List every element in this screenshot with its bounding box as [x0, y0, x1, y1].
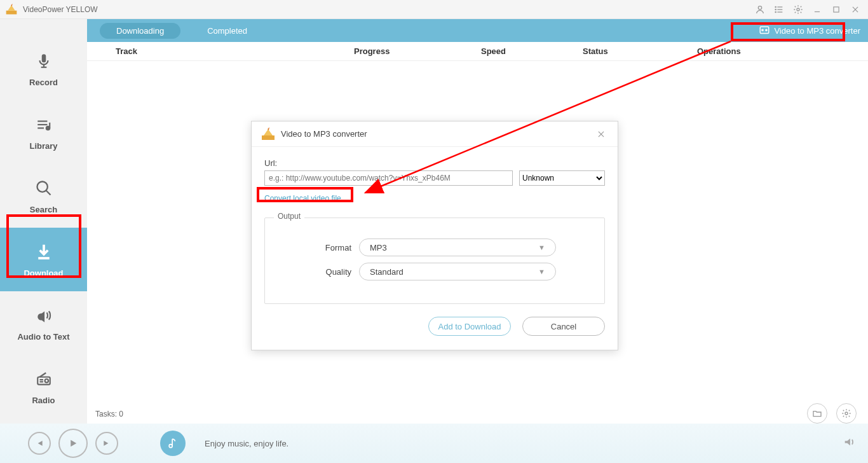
play-button[interactable] — [58, 429, 88, 458]
player-tagline: Enjoy music, enjoy life. — [205, 439, 288, 448]
radio-icon — [34, 369, 54, 389]
video-to-mp3-button[interactable]: Video to MP3 converter — [751, 19, 868, 42]
titlebar: VideoPower YELLOW — [0, 0, 868, 19]
sidebar-item-label: Search — [30, 205, 57, 214]
svg-rect-35 — [262, 135, 275, 140]
format-value: MP3 — [370, 243, 387, 252]
tabbar: Downloading Completed Video to MP3 conve… — [87, 19, 868, 42]
chevron-down-icon: ▼ — [538, 244, 545, 251]
sidebar-item-download[interactable]: Download — [0, 228, 87, 291]
sidebar-item-label: Radio — [32, 396, 55, 405]
music-note-icon — [160, 431, 186, 456]
tasks-count: Tasks: 0 — [95, 410, 123, 418]
svg-point-25 — [44, 379, 48, 382]
svg-point-30 — [762, 29, 763, 31]
svg-point-1 — [758, 6, 761, 9]
col-track: Track — [87, 46, 354, 56]
sidebar: Record Library Search Download Audio to … — [0, 19, 87, 424]
tab-downloading[interactable]: Downloading — [100, 23, 180, 39]
col-status: Status — [583, 46, 697, 56]
sidebar-item-search[interactable]: Search — [0, 164, 87, 228]
volume-icon[interactable] — [843, 435, 857, 452]
sidebar-item-label: Record — [29, 78, 58, 87]
svg-point-8 — [797, 8, 799, 11]
maximize-button[interactable] — [829, 2, 844, 17]
svg-rect-10 — [834, 6, 839, 11]
list-icon[interactable] — [771, 2, 787, 17]
app-logo — [5, 3, 18, 16]
sidebar-item-label: Library — [29, 141, 57, 151]
svg-point-6 — [775, 9, 776, 10]
sidebar-item-audio-to-text[interactable]: Audio to Text — [0, 291, 87, 355]
tab-completed[interactable]: Completed — [191, 23, 264, 39]
column-headers: Track Progress Speed Status Operations — [87, 42, 868, 61]
close-button[interactable] — [848, 2, 863, 17]
output-legend: Output — [274, 212, 304, 221]
sidebar-item-label: Download — [24, 268, 63, 278]
svg-rect-13 — [41, 54, 46, 62]
format-select[interactable]: MP3 ▼ — [359, 238, 556, 256]
sidebar-item-record[interactable]: Record — [0, 37, 87, 100]
svg-line-22 — [46, 190, 50, 195]
source-select[interactable]: Unknown — [519, 170, 605, 186]
svg-point-7 — [775, 11, 776, 12]
svg-point-5 — [775, 6, 776, 7]
output-fieldset: Output Format MP3 ▼ Quality Standard ▼ — [264, 218, 605, 304]
svg-point-31 — [766, 29, 767, 31]
add-to-download-button[interactable]: Add to Download — [428, 317, 511, 336]
video-to-mp3-label: Video to MP3 converter — [774, 26, 860, 36]
quality-value: Standard — [370, 267, 403, 277]
search-icon — [34, 178, 54, 198]
convert-local-link[interactable]: Convert local video file — [264, 194, 341, 203]
app-title: VideoPower YELLOW — [23, 5, 749, 14]
format-label: Format — [313, 243, 351, 252]
converter-icon — [759, 25, 770, 36]
dialog-title: Video to MP3 converter — [281, 129, 593, 139]
sidebar-item-label: Audio to Text — [17, 332, 69, 342]
chevron-down-icon: ▼ — [538, 268, 545, 275]
quality-label: Quality — [313, 267, 351, 277]
quality-select[interactable]: Standard ▼ — [359, 263, 556, 280]
cancel-button[interactable]: Cancel — [522, 317, 605, 336]
dialog-close-button[interactable] — [593, 127, 609, 142]
converter-dialog: Video to MP3 converter Url: Unknown Conv… — [251, 121, 618, 350]
user-icon[interactable] — [752, 2, 768, 17]
prev-button[interactable] — [28, 432, 51, 455]
sidebar-item-radio[interactable]: Radio — [0, 355, 87, 418]
minimize-button[interactable] — [810, 2, 825, 17]
dialog-logo — [261, 127, 276, 142]
col-speed: Speed — [481, 46, 583, 56]
url-input[interactable] — [264, 170, 513, 186]
player-bar: Enjoy music, enjoy life. — [0, 424, 868, 463]
open-folder-button[interactable] — [807, 403, 827, 424]
audio-text-icon — [34, 305, 54, 326]
col-operations: Operations — [697, 46, 868, 56]
dialog-header: Video to MP3 converter — [252, 121, 618, 147]
gear-icon[interactable] — [790, 2, 806, 17]
sidebar-item-library[interactable]: Library — [0, 100, 87, 164]
svg-rect-0 — [6, 10, 17, 14]
svg-point-21 — [37, 181, 47, 191]
url-label: Url: — [264, 158, 605, 168]
col-progress: Progress — [354, 46, 481, 56]
settings-button[interactable] — [836, 403, 857, 424]
download-icon — [34, 242, 54, 262]
next-button[interactable] — [95, 432, 118, 455]
svg-point-32 — [845, 412, 848, 415]
mic-icon — [34, 51, 54, 71]
library-icon — [34, 114, 54, 135]
